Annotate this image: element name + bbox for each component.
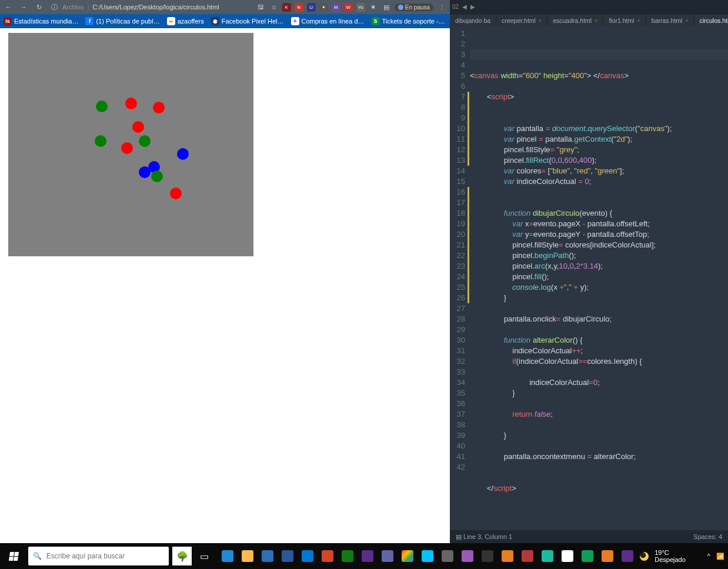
code-line[interactable] bbox=[470, 367, 728, 377]
task-view-icon[interactable]: ▭ bbox=[195, 547, 213, 565]
drawing-canvas[interactable] bbox=[8, 33, 253, 256]
code-line[interactable] bbox=[470, 102, 728, 113]
code-line[interactable]: } bbox=[470, 293, 728, 303]
search-tree-icon[interactable]: 🌳 bbox=[172, 547, 192, 565]
taskbar-app-icon[interactable] bbox=[239, 547, 256, 565]
code-line[interactable] bbox=[470, 324, 728, 335]
ext-icon-7[interactable]: Yo bbox=[356, 3, 365, 12]
editor-tab[interactable]: creeper.html× bbox=[496, 15, 547, 26]
editor-tab[interactable]: barras.html× bbox=[646, 15, 694, 26]
reload-icon[interactable]: ↻ bbox=[34, 2, 44, 12]
ext-icon-2[interactable]: N bbox=[295, 3, 303, 12]
nav-forward-icon[interactable]: → bbox=[19, 2, 28, 12]
bookmark-3[interactable]: ∞azaoffers bbox=[167, 17, 204, 25]
address-bar[interactable]: ⓘ Archivo | C:/Users/Lopez/Desktop/logic… bbox=[49, 2, 251, 12]
ext-icon-5[interactable]: M bbox=[332, 3, 340, 12]
code-line[interactable]: pantalla.oncontextmenu = alterarColor; bbox=[470, 451, 728, 462]
taskbar-app-icon[interactable] bbox=[439, 547, 456, 565]
code-line[interactable] bbox=[470, 462, 728, 473]
system-tray[interactable]: 19°C Despejado ^ 📶 bbox=[640, 549, 724, 563]
code-line[interactable]: var colores= ["blue", "red", "green"]; bbox=[470, 166, 728, 176]
taskbar-app-icon[interactable] bbox=[479, 547, 496, 565]
code-line[interactable]: </script> bbox=[470, 483, 728, 494]
taskbar-app-icon[interactable] bbox=[359, 547, 376, 565]
code-line[interactable]: pincel.fillRect(0,0,600,400); bbox=[470, 155, 728, 166]
code-line[interactable]: var pincel = pantalla.getContext("2d"); bbox=[470, 134, 728, 145]
editor-tab[interactable]: flor1.html× bbox=[603, 15, 646, 26]
search-input[interactable] bbox=[46, 552, 164, 560]
editor-tab[interactable]: circulos.html× bbox=[694, 15, 728, 26]
bookmark-4[interactable]: ◉Facebook Pixel Hel… bbox=[211, 17, 284, 25]
code-line[interactable] bbox=[470, 441, 728, 451]
puzzle-icon[interactable]: ✷ bbox=[369, 2, 378, 12]
taskbar-app-icon[interactable] bbox=[319, 547, 336, 565]
code-area[interactable]: 1234567891011121314151617181920212223242… bbox=[450, 26, 728, 530]
bookmark-5[interactable]: ✦Compras en línea d… bbox=[291, 17, 365, 25]
code-line[interactable]: console.log(x +"," + y); bbox=[470, 282, 728, 293]
code-line[interactable] bbox=[470, 113, 728, 123]
tab-close-icon[interactable]: × bbox=[539, 18, 542, 24]
taskbar-app-icon[interactable] bbox=[579, 547, 596, 565]
bookmark-6[interactable]: STickets de soporte -… bbox=[372, 17, 445, 25]
code-line[interactable]: <script> bbox=[470, 92, 728, 102]
ext-icon-3[interactable]: U bbox=[307, 3, 316, 12]
taskbar-app-icon[interactable] bbox=[419, 547, 436, 565]
code-line[interactable]: var indiceColorActual = 0; bbox=[470, 176, 728, 187]
editor-tab[interactable]: escuadra.html× bbox=[547, 15, 603, 26]
code-line[interactable] bbox=[470, 399, 728, 409]
code-line[interactable] bbox=[470, 198, 728, 208]
nav-right-icon[interactable]: ▶ bbox=[470, 4, 475, 10]
code-line[interactable] bbox=[470, 81, 728, 92]
taskbar-app-icon[interactable] bbox=[259, 547, 276, 565]
tab-close-icon[interactable]: × bbox=[595, 18, 597, 24]
code-line[interactable]: function dibujarCirculo(evento) { bbox=[470, 208, 728, 219]
tab-close-icon[interactable]: × bbox=[685, 18, 688, 24]
code-line[interactable]: pincel.fillStyle= colores[indiceColorAct… bbox=[470, 240, 728, 250]
tray-chevron-icon[interactable]: ^ bbox=[707, 553, 710, 560]
share-icon[interactable]: 🖫 bbox=[256, 2, 266, 12]
tab-close-icon[interactable]: × bbox=[637, 18, 640, 24]
code-line[interactable]: return false; bbox=[470, 409, 728, 420]
code-line[interactable]: pantalla.onclick= dibujarCirculo; bbox=[470, 314, 728, 324]
code-line[interactable]: var y=evento.pageY - pantalla.offsetTop; bbox=[470, 229, 728, 240]
taskbar-app-icon[interactable] bbox=[539, 547, 556, 565]
code-line[interactable] bbox=[470, 473, 728, 483]
code-line[interactable] bbox=[470, 303, 728, 314]
start-button[interactable] bbox=[4, 545, 25, 567]
taskbar-app-icon[interactable] bbox=[399, 547, 416, 565]
code-line[interactable]: <canvas width="600" height="400"> </canv… bbox=[470, 71, 728, 81]
taskbar-search[interactable]: 🔍 bbox=[28, 547, 169, 565]
code-line[interactable]: pincel.beginPath(); bbox=[470, 250, 728, 261]
profile-chip[interactable]: En pausa bbox=[395, 4, 433, 11]
taskbar-app-icon[interactable] bbox=[219, 547, 236, 565]
taskbar-app-icon[interactable] bbox=[559, 547, 576, 565]
reading-list-icon[interactable]: ▤ bbox=[382, 2, 391, 12]
taskbar-app-icon[interactable] bbox=[459, 547, 476, 565]
taskbar-app-icon[interactable] bbox=[619, 547, 636, 565]
nav-back-icon[interactable]: ← bbox=[4, 2, 13, 12]
taskbar-app-icon[interactable] bbox=[279, 547, 296, 565]
code-line[interactable] bbox=[470, 187, 728, 198]
ext-icon-4[interactable]: ✦ bbox=[319, 3, 328, 12]
nav-left-icon[interactable]: ◀ bbox=[462, 4, 467, 10]
code-body[interactable]: <canvas width="600" height="400"> </canv… bbox=[470, 26, 728, 530]
code-line[interactable] bbox=[470, 494, 728, 504]
editor-tab[interactable]: dibujando ba bbox=[450, 15, 496, 26]
bookmark-1[interactable]: IsEstadísticas mundia… bbox=[4, 17, 78, 25]
code-line[interactable]: indiceColorActual++; bbox=[470, 346, 728, 356]
star-icon[interactable]: ☆ bbox=[269, 2, 279, 12]
tray-wifi-icon[interactable]: 📶 bbox=[716, 553, 724, 560]
ext-icon-1[interactable]: K bbox=[282, 3, 291, 12]
code-line[interactable]: } bbox=[470, 388, 728, 399]
code-line[interactable]: indiceColorActual=0; bbox=[470, 377, 728, 388]
code-line[interactable]: function alterarColor() { bbox=[470, 335, 728, 346]
taskbar-app-icon[interactable] bbox=[519, 547, 536, 565]
taskbar-app-icon[interactable] bbox=[599, 547, 616, 565]
kebab-icon[interactable]: ⋮ bbox=[437, 2, 446, 12]
code-line[interactable] bbox=[470, 60, 728, 71]
bookmark-2[interactable]: f(1) Políticas de publ… bbox=[85, 17, 159, 25]
code-line[interactable]: } bbox=[470, 430, 728, 441]
taskbar-app-icon[interactable] bbox=[339, 547, 356, 565]
code-line[interactable] bbox=[470, 420, 728, 430]
code-line[interactable]: pincel.fill(); bbox=[470, 272, 728, 282]
